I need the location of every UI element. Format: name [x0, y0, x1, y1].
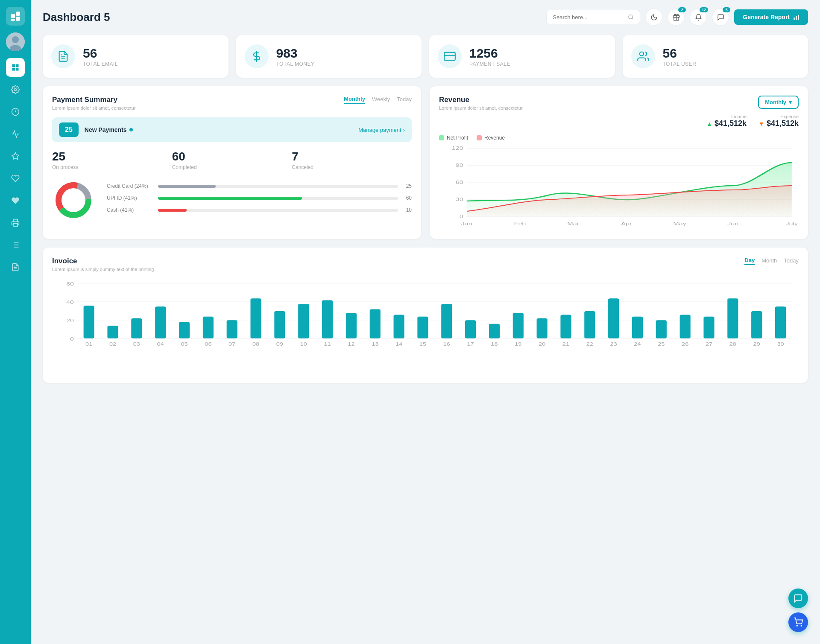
bar-27 — [703, 317, 714, 338]
bar-28 — [727, 298, 738, 338]
sidebar-item-settings[interactable] — [6, 80, 25, 99]
bar-20 — [537, 318, 548, 338]
expense-label: Expense — [758, 114, 799, 119]
x-label-21: 21 — [562, 342, 569, 347]
tab-month[interactable]: Month — [761, 257, 777, 265]
sidebar-item-heart-fill[interactable] — [6, 191, 25, 210]
bar-12 — [346, 313, 357, 338]
svg-text:60: 60 — [66, 281, 74, 286]
revenue-header-right: Monthly ▾ Income ▲ $41,512k Expense — [706, 96, 799, 128]
x-label-07: 07 — [228, 342, 235, 347]
svg-rect-31 — [794, 17, 795, 20]
bell-btn[interactable]: 12 — [690, 9, 707, 26]
method-list: Credit Card (24%) 25 UPI ID (41%) 60 — [107, 183, 412, 219]
method-name-credit: Credit Card (24%) — [107, 183, 154, 189]
method-row-credit: Credit Card (24%) 25 — [107, 183, 412, 189]
bar-16 — [441, 304, 452, 338]
svg-text:120: 120 — [452, 146, 463, 151]
cart-fab[interactable] — [788, 612, 808, 632]
sidebar-item-print[interactable] — [6, 213, 25, 232]
tab-day[interactable]: Day — [744, 257, 755, 265]
svg-rect-35 — [444, 52, 455, 61]
revenue-title: Revenue — [439, 96, 523, 104]
revenue-card: Revenue Lorem ipsum dolor sit amet, cons… — [430, 86, 808, 239]
theme-toggle-btn[interactable] — [645, 9, 662, 26]
method-bar-fill-cash — [158, 209, 187, 212]
user-label: TOTAL USER — [663, 61, 697, 67]
x-label-17: 17 — [467, 342, 474, 347]
sidebar — [0, 0, 31, 644]
money-count: 983 — [276, 46, 315, 60]
method-count-upi: 60 — [402, 195, 412, 201]
bell-badge: 12 — [700, 7, 708, 12]
x-label-04: 04 — [157, 342, 164, 347]
x-label-20: 20 — [539, 342, 545, 347]
user-avatar[interactable] — [6, 32, 25, 51]
payment-summary-title: Payment Summary — [52, 96, 136, 104]
bar-17 — [465, 320, 476, 338]
x-label-30: 30 — [777, 342, 784, 347]
tab-today-invoice[interactable]: Today — [784, 257, 799, 265]
svg-text:May: May — [673, 221, 686, 226]
expense-block: Expense ▼ $41,512k — [758, 114, 799, 128]
manage-payment-link[interactable]: Manage payment › — [358, 127, 405, 133]
money-label: TOTAL MONEY — [276, 61, 315, 67]
sidebar-item-heart-outline[interactable] — [6, 169, 25, 188]
method-name-cash: Cash (41%) — [107, 207, 154, 213]
bar-24 — [632, 317, 643, 338]
expense-icon: ▼ — [758, 120, 764, 127]
legend-revenue: Revenue — [477, 135, 505, 141]
completed-label: Completed — [172, 164, 292, 170]
svg-marker-15 — [12, 153, 19, 160]
x-label-22: 22 — [586, 342, 593, 347]
search-input[interactable] — [553, 14, 624, 20]
svg-point-37 — [639, 52, 643, 56]
bar-05 — [179, 322, 190, 338]
svg-text:Apr: Apr — [621, 221, 632, 226]
bar-15 — [417, 317, 428, 338]
sidebar-logo[interactable] — [6, 7, 25, 26]
main-content: Dashboard 5 2 12 5 Generate Repo — [31, 0, 820, 644]
revenue-dropdown-btn[interactable]: Monthly ▾ — [758, 96, 799, 109]
svg-text:90: 90 — [456, 163, 463, 168]
tab-monthly[interactable]: Monthly — [344, 96, 365, 104]
chat-btn[interactable]: 5 — [712, 9, 729, 26]
sidebar-item-star[interactable] — [6, 147, 25, 166]
sidebar-item-document[interactable] — [6, 258, 25, 277]
bar-19 — [513, 313, 524, 338]
bar-22 — [584, 311, 595, 338]
stat-info-money: 983 TOTAL MONEY — [276, 46, 315, 67]
tab-weekly[interactable]: Weekly — [372, 96, 390, 103]
bar-04 — [155, 306, 166, 338]
x-label-09: 09 — [276, 342, 283, 347]
support-fab[interactable] — [788, 589, 808, 608]
income-value: ▲ $41,512k — [706, 119, 747, 128]
sidebar-item-list[interactable] — [6, 236, 25, 254]
x-label-03: 03 — [133, 342, 140, 347]
x-label-28: 28 — [729, 342, 736, 347]
sidebar-item-info[interactable] — [6, 102, 25, 121]
method-bar-fill-upi — [158, 197, 302, 200]
invoice-bar-chart: 0 20 40 60 01020304050607080910111213141… — [52, 280, 799, 375]
canceled-label: Canceled — [292, 164, 412, 170]
svg-text:40: 40 — [66, 300, 74, 305]
new-payments-label: New Payments — [85, 126, 133, 133]
payment-summary-subtitle: Lorem ipsum dolor sit amet, consectetur — [52, 105, 136, 111]
bar-10 — [298, 304, 309, 338]
x-label-27: 27 — [706, 342, 712, 347]
sidebar-item-dashboard[interactable] — [6, 58, 25, 77]
svg-text:Mar: Mar — [567, 221, 579, 226]
new-payments-dot — [129, 128, 133, 131]
svg-rect-3 — [11, 19, 15, 21]
gift-btn[interactable]: 2 — [668, 9, 685, 26]
method-bar-fill-credit — [158, 185, 216, 188]
bar-03 — [131, 318, 142, 338]
bar-01 — [84, 306, 94, 338]
payment-stats-row: 25 On process 60 Completed 7 Canceled — [52, 150, 412, 170]
sidebar-item-analytics[interactable] — [6, 125, 25, 143]
bar-08 — [250, 298, 261, 338]
income-expense-row: Income ▲ $41,512k Expense ▼ $41,512k — [706, 114, 799, 128]
stat-card-email: 56 TOTAL EMAIL — [43, 35, 228, 78]
generate-report-button[interactable]: Generate Report — [734, 9, 808, 25]
tab-today[interactable]: Today — [397, 96, 412, 103]
